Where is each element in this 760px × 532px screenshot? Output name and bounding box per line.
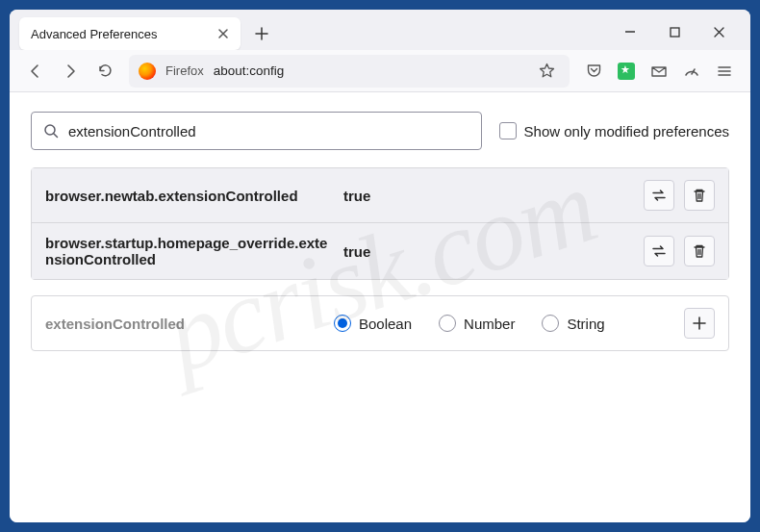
add-pref-row: extensionControlled Boolean Number Strin… [31, 295, 729, 351]
content-area: Show only modified preferences browser.n… [10, 92, 750, 522]
back-button[interactable] [19, 55, 52, 88]
pref-row[interactable]: browser.newtab.extensionControlled true [32, 168, 728, 223]
toggle-button[interactable] [644, 236, 674, 266]
radio-dot[interactable] [439, 315, 456, 332]
show-modified-label: Show only modified preferences [524, 123, 729, 139]
mail-icon[interactable] [643, 55, 675, 88]
url-text: about:config [214, 63, 285, 78]
toggle-button[interactable] [644, 180, 674, 211]
forward-button[interactable] [54, 55, 87, 88]
type-radio-group: Boolean Number String [334, 315, 684, 332]
close-tab-icon[interactable] [217, 28, 229, 39]
window-frame: Advanced Preferences [10, 10, 750, 522]
pref-name: browser.newtab.extensionControlled [45, 188, 343, 204]
firefox-logo-icon [139, 63, 156, 80]
tab-bar: Advanced Preferences [10, 10, 750, 50]
url-bar[interactable]: Firefox about:config [129, 55, 570, 88]
add-pref-name: extensionControlled [45, 316, 334, 332]
pocket-icon[interactable] [577, 55, 610, 88]
bookmark-star-icon[interactable] [533, 58, 560, 85]
pref-name: browser.startup.homepage_override.extens… [45, 235, 343, 267]
site-identity: Firefox [165, 63, 204, 78]
svg-rect-0 [671, 28, 679, 37]
radio-string[interactable]: String [542, 315, 604, 332]
radio-label: Boolean [359, 316, 412, 332]
search-row: Show only modified preferences [31, 112, 729, 150]
extension-evernote-icon[interactable] [610, 55, 643, 88]
minimize-button[interactable] [608, 16, 652, 47]
reload-button[interactable] [89, 55, 121, 88]
search-box[interactable] [31, 112, 482, 150]
add-button[interactable] [684, 308, 715, 339]
window-controls [608, 16, 741, 47]
radio-number[interactable]: Number [439, 315, 515, 332]
delete-button[interactable] [684, 180, 715, 211]
tab-title: Advanced Preferences [31, 27, 158, 41]
toolbar: Firefox about:config [10, 50, 750, 92]
radio-dot[interactable] [542, 315, 559, 332]
radio-label: String [567, 316, 604, 332]
show-modified-checkbox[interactable]: Show only modified preferences [499, 122, 729, 139]
pref-table: browser.newtab.extensionControlled true … [31, 167, 729, 280]
speedometer-icon[interactable] [675, 55, 708, 88]
maximize-button[interactable] [652, 16, 697, 47]
browser-tab-active[interactable]: Advanced Preferences [19, 17, 241, 50]
close-window-button[interactable] [697, 16, 741, 47]
new-tab-button[interactable] [248, 20, 275, 47]
radio-label: Number [464, 316, 515, 332]
search-icon [43, 123, 59, 139]
pref-value: true [343, 243, 644, 260]
delete-button[interactable] [684, 236, 715, 266]
app-menu-icon[interactable] [708, 55, 741, 88]
radio-boolean[interactable]: Boolean [334, 315, 412, 332]
pref-row[interactable]: browser.startup.homepage_override.extens… [32, 223, 728, 279]
radio-dot[interactable] [334, 315, 351, 332]
checkbox-box[interactable] [499, 122, 517, 139]
search-input[interactable] [68, 123, 469, 139]
pref-value: true [343, 188, 644, 204]
